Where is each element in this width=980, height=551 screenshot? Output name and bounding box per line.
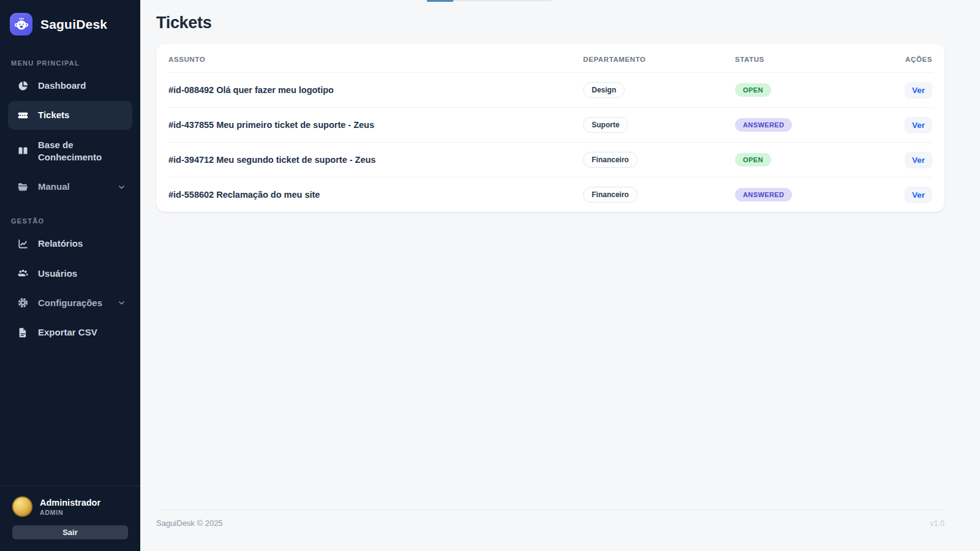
column-header-departamento: DEPARTAMENTO (583, 56, 735, 63)
sidebar-item-dashboard[interactable]: Dashboard (8, 72, 132, 100)
sidebar-item-relatorios[interactable]: Relatórios (8, 230, 132, 258)
sidebar-item-usuarios[interactable]: Usuários (8, 260, 132, 288)
sidebar-nav-principal: Dashboard Tickets Base (0, 72, 140, 201)
users-icon (17, 268, 29, 279)
column-header-assunto: ASSUNTO (168, 56, 583, 63)
department-badge: Financeiro (583, 152, 638, 168)
ticket-subject: #id-088492 Olá quer fazer meu logotipo (168, 85, 583, 95)
pie-chart-icon (17, 80, 29, 92)
sidebar-item-label: Tickets (38, 109, 69, 121)
sidebar-item-label: Usuários (38, 268, 77, 280)
ticket-subject: #id-558602 Reclamação do meu site (168, 190, 583, 200)
logout-button[interactable]: Sair (12, 525, 128, 539)
sidebar-item-exportar-csv[interactable]: Exportar CSV (8, 318, 132, 347)
footer-version: v1.0 (930, 519, 944, 528)
chevron-down-icon (117, 182, 126, 192)
top-progress-handle[interactable] (427, 0, 453, 2)
file-csv-icon (17, 327, 29, 339)
status-badge: OPEN (735, 83, 771, 97)
ticket-subject: #id-394712 Meu segundo ticket de suporte… (168, 155, 583, 165)
sidebar-item-tickets[interactable]: Tickets (8, 101, 132, 129)
ticket-subject: #id-437855 Meu primeiro ticket de suport… (168, 120, 583, 130)
column-header-status: STATUS (735, 56, 893, 63)
chart-line-icon (17, 238, 29, 250)
sidebar-item-configuracoes[interactable]: Configurações (8, 289, 132, 317)
status-badge: ANSWERED (735, 188, 792, 201)
ticket-icon (17, 110, 29, 121)
page-title: Tickets (156, 13, 944, 32)
view-ticket-button[interactable]: Ver (905, 152, 932, 168)
sidebar-item-label: Exportar CSV (38, 326, 97, 339)
sidebar-item-label: Relatórios (38, 238, 83, 250)
table-row: #id-088492 Olá quer fazer meu logotipo D… (168, 72, 932, 107)
app-root: SaguiDesk MENU PRINCIPAL Dashboard (0, 0, 980, 551)
app-title: SaguiDesk (40, 17, 107, 32)
main-content: Tickets ASSUNTO DEPARTAMENTO STATUS AÇÕE… (140, 0, 980, 551)
sidebar-item-label: Dashboard (38, 80, 86, 92)
sidebar-item-base-de-conhecimento[interactable]: Base de Conhecimento (8, 131, 132, 172)
sidebar: SaguiDesk MENU PRINCIPAL Dashboard (0, 0, 140, 551)
view-ticket-button[interactable]: Ver (905, 187, 932, 203)
department-badge: Financeiro (583, 187, 638, 203)
view-ticket-button[interactable]: Ver (905, 117, 932, 133)
book-icon (17, 145, 29, 157)
status-badge: OPEN (735, 153, 771, 167)
department-badge: Suporte (583, 117, 628, 133)
sidebar-item-label: Base de Conhecimento (38, 139, 107, 164)
table-row: #id-394712 Meu segundo ticket de suporte… (168, 142, 932, 177)
section-label-menu-principal: MENU PRINCIPAL (11, 59, 140, 67)
table-header-row: ASSUNTO DEPARTAMENTO STATUS AÇÕES (168, 44, 932, 72)
section-label-gestao: GESTÃO (11, 217, 140, 225)
department-badge: Design (583, 82, 625, 98)
brand: SaguiDesk (0, 0, 140, 36)
saguidesk-logo-icon (10, 13, 32, 36)
table-row: #id-437855 Meu primeiro ticket de suport… (168, 107, 932, 142)
status-badge: ANSWERED (735, 118, 792, 132)
footer-copyright: SaguiDesk © 2025 (156, 519, 223, 528)
gear-icon (17, 297, 29, 309)
user-area: Administrador ADMIN Sair (0, 485, 140, 551)
sidebar-item-manual[interactable]: Manual (8, 173, 132, 201)
chevron-down-icon (117, 298, 126, 307)
column-header-acoes: AÇÕES (905, 56, 932, 63)
main-footer: SaguiDesk © 2025 v1.0 (156, 509, 944, 528)
avatar (12, 497, 32, 517)
sidebar-item-label: Configurações (38, 297, 102, 309)
user-role: ADMIN (40, 509, 100, 516)
sidebar-nav-gestao: Relatórios Usuários (0, 230, 140, 347)
view-ticket-button[interactable]: Ver (905, 82, 932, 99)
tickets-table: ASSUNTO DEPARTAMENTO STATUS AÇÕES #id-08… (156, 44, 944, 212)
table-row: #id-558602 Reclamação do meu site Financ… (168, 177, 932, 212)
folder-open-icon (17, 181, 29, 193)
top-progress-track (453, 0, 551, 1)
sidebar-item-label: Manual (38, 181, 70, 193)
user-name: Administrador (40, 498, 100, 508)
